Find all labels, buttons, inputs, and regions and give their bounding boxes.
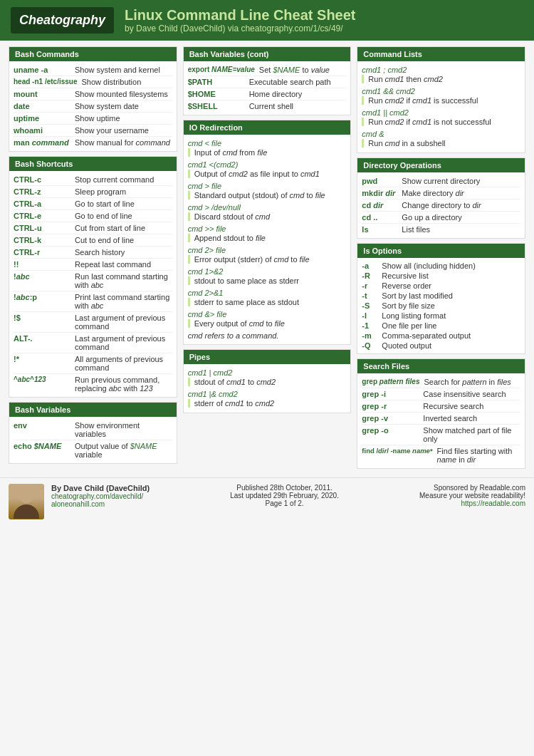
cmd-key: CTRL-e bbox=[14, 212, 70, 220]
io-desc: Every output of cmd to file bbox=[188, 319, 347, 328]
section-search-files: Search Files grep pattern files Search f… bbox=[357, 358, 525, 469]
cmd-desc: Set $NAME to value bbox=[259, 66, 346, 74]
section-bash-commands: Bash Commands uname -a Show system and k… bbox=[9, 46, 177, 152]
cmd-key: grep pattern files bbox=[362, 378, 419, 385]
header-text: Linux Command Line Cheat Sheet by Dave C… bbox=[125, 7, 355, 33]
bash-shortcuts-body: CTRL-c Stop current command CTRL-z Sleep… bbox=[9, 171, 177, 397]
io-redirection-header: IO Redirection bbox=[184, 120, 351, 135]
search-files-header: Search Files bbox=[357, 359, 525, 373]
cl-desc: Run cmd2 if cmd1 is successful bbox=[362, 96, 520, 105]
cmd-desc: Case insensitive search bbox=[423, 390, 520, 398]
cmd-key: ^abc^123 bbox=[14, 376, 70, 383]
cmd-key: cd .. bbox=[362, 213, 397, 222]
io-cmd: cmd &> file bbox=[188, 309, 347, 319]
ls-flag: -S bbox=[362, 301, 377, 310]
table-row: $PATH Executable search path bbox=[188, 76, 347, 88]
list-item: -m Comma-separated output bbox=[362, 331, 520, 341]
ls-desc: Comma-separated output bbox=[382, 331, 471, 340]
ls-options-header: ls Options bbox=[357, 244, 525, 258]
table-row: head -n1 /etc/issue Show distribution bbox=[14, 76, 172, 88]
avatar bbox=[9, 484, 44, 519]
table-row: CTRL-z Sleep program bbox=[14, 186, 172, 198]
io-cmd: cmd < file bbox=[188, 138, 347, 148]
cmd-desc: Search history bbox=[75, 248, 172, 257]
table-row: !! Repeat last command bbox=[14, 259, 172, 271]
avatar-body bbox=[14, 504, 39, 519]
cmd-key: !$ bbox=[14, 314, 70, 322]
cmd-desc: Show uptime bbox=[75, 114, 172, 123]
cmd-desc: Stop current command bbox=[75, 175, 172, 184]
cmd-desc: Make directory dir bbox=[402, 189, 520, 197]
table-row: whoami Show your username bbox=[14, 125, 172, 137]
io-cmd: cmd1 <(cmd2) bbox=[188, 159, 347, 170]
page-number: Page 1 of 2. bbox=[230, 499, 339, 507]
cmd-key: date bbox=[14, 102, 70, 110]
column-1: Bash Commands uname -a Show system and k… bbox=[6, 46, 180, 469]
table-row: find /dir/ -name name* Find files starti… bbox=[362, 445, 520, 465]
cmd-desc: Go up a directory bbox=[402, 213, 520, 222]
column-2: Bash Variables (cont) export NAME=value … bbox=[180, 46, 355, 469]
section-io-redirection: IO Redirection cmd < file Input of cmd f… bbox=[183, 120, 352, 345]
cl-cmd: cmd1 && cmd2 bbox=[362, 86, 520, 96]
io-desc: Append stdout to file bbox=[188, 234, 347, 242]
io-desc: Output of cmd2 as file input to cmd1 bbox=[188, 170, 347, 178]
cmd-key: pwd bbox=[362, 177, 397, 185]
section-bash-shortcuts: Bash Shortcuts CTRL-c Stop current comma… bbox=[9, 156, 177, 398]
page-title: Linux Command Line Cheat Sheet bbox=[125, 7, 355, 24]
sponsor-url[interactable]: https://readable.com bbox=[419, 499, 525, 507]
directory-operations-header: Directory Operations bbox=[357, 158, 525, 172]
table-row: mount Show mounted filesystems bbox=[14, 88, 172, 100]
search-files-body: grep pattern files Search for pattern in… bbox=[357, 373, 525, 468]
section-directory-operations: Directory Operations pwd Show current di… bbox=[357, 157, 525, 239]
cmd-desc: Show distribution bbox=[81, 78, 172, 86]
table-row: echo $NAME Output value of $NAME variabl… bbox=[14, 440, 172, 460]
table-row: mkdir dir Make directory dir bbox=[362, 187, 520, 200]
list-item: -Q Quoted output bbox=[362, 341, 520, 351]
ls-flag: -Q bbox=[362, 341, 377, 350]
cmd-desc: Cut from start of line bbox=[75, 224, 172, 232]
cmd-desc: Show current directory bbox=[402, 177, 520, 185]
io-cmd: cmd 2> file bbox=[188, 244, 347, 255]
table-row: ALT-. Last argument of previous command bbox=[14, 333, 172, 353]
io-cmd: cmd 1>&2 bbox=[188, 266, 347, 276]
io-cmd: cmd >> file bbox=[188, 223, 347, 234]
io-desc: Discard stdout of cmd bbox=[188, 212, 347, 221]
cmd-desc: Search for pattern in files bbox=[424, 378, 520, 386]
io-desc: stdout to same place as stderr bbox=[188, 276, 347, 285]
table-row: cd .. Go up a directory bbox=[362, 212, 520, 224]
cmd-desc: Show matched part of file only bbox=[423, 426, 520, 443]
cmd-desc: Print last command starting with abc bbox=[75, 293, 172, 310]
cmd-key: $HOME bbox=[188, 90, 245, 98]
author-link-2[interactable]: aloneonahill.com bbox=[51, 500, 150, 508]
cmd-key: !* bbox=[14, 355, 70, 363]
cmd-key: grep -r bbox=[362, 402, 419, 410]
footer: By Dave Child (DaveChild) cheatography.c… bbox=[0, 477, 534, 525]
author-link-1[interactable]: cheatography.com/davechild/ bbox=[51, 492, 150, 500]
pipes-body: cmd1 | cmd2 stdout of cmd1 to cmd2 cmd1 … bbox=[184, 364, 351, 413]
footer-sponsor: Sponsored by Readable.com Measure your w… bbox=[419, 484, 525, 507]
table-row: grep -r Recursive search bbox=[362, 400, 520, 413]
directory-operations-body: pwd Show current directory mkdir dir Mak… bbox=[357, 172, 525, 238]
io-redirection-body: cmd < file Input of cmd from file cmd1 <… bbox=[184, 135, 351, 344]
cmd-desc: Run previous command, replacing abc with… bbox=[75, 376, 172, 393]
ls-desc: Reverse order bbox=[382, 281, 431, 290]
cmd-key: CTRL-z bbox=[14, 187, 70, 196]
io-desc: stdout of cmd1 to cmd2 bbox=[188, 378, 347, 386]
cmd-key: head -n1 /etc/issue bbox=[14, 78, 77, 86]
footer-publish: Published 28th October, 2011. Last updat… bbox=[230, 484, 339, 507]
logo: Cheatography bbox=[11, 7, 114, 33]
cl-cmd: cmd1 ; cmd2 bbox=[362, 64, 520, 75]
table-row: CTRL-c Stop current command bbox=[14, 174, 172, 186]
ls-desc: Recursive list bbox=[382, 271, 428, 280]
bash-variables-cont-body: export NAME=value Set $NAME to value $PA… bbox=[184, 61, 351, 115]
cmd-desc: Inverted search bbox=[423, 414, 520, 423]
table-row: grep -i Case insensitive search bbox=[362, 388, 520, 400]
cmd-desc: Executable search path bbox=[249, 78, 347, 86]
io-cmd: cmd1 | cmd2 bbox=[188, 367, 347, 378]
ls-flag: -t bbox=[362, 291, 377, 300]
cmd-key: grep -i bbox=[362, 390, 419, 398]
table-row: $SHELL Current shell bbox=[188, 100, 347, 112]
section-ls-options: ls Options -a Show all (including hidden… bbox=[357, 243, 525, 354]
cmd-key: whoami bbox=[14, 126, 70, 135]
table-row: export NAME=value Set $NAME to value bbox=[188, 64, 347, 76]
